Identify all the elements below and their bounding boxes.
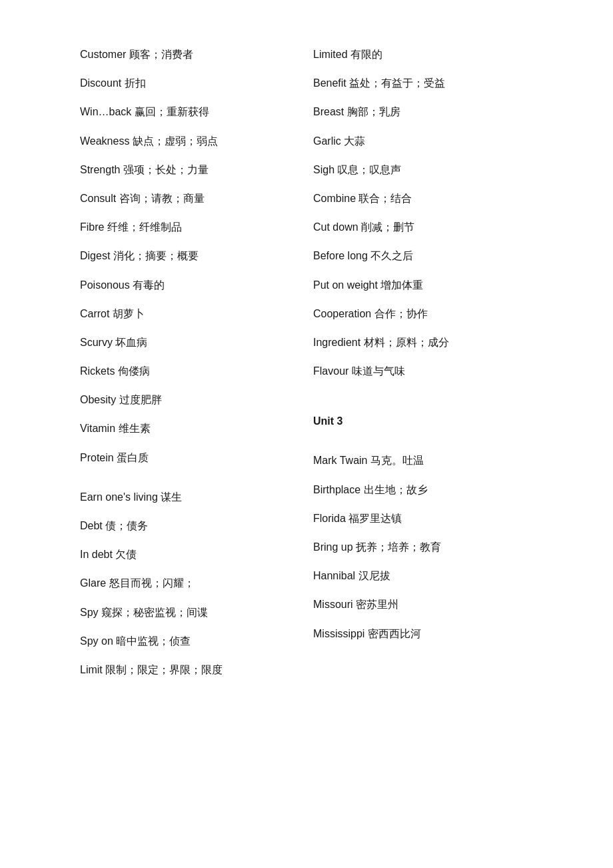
vocabulary-grid: Customer 顾客；消费者Discount 折扣Win…back 赢回；重新… bbox=[80, 40, 533, 684]
list-item: Obesity 过度肥胖 bbox=[80, 385, 306, 414]
list-item: Spy on 暗中监视；侦查 bbox=[80, 627, 306, 655]
list-item: Breast 胸部；乳房 bbox=[306, 97, 533, 126]
list-item bbox=[306, 396, 533, 407]
list-item: Ingredient 材料；原料；成分 bbox=[306, 328, 533, 357]
list-item: Before long 不久之后 bbox=[306, 241, 533, 270]
list-item: Put on weight 增加体重 bbox=[306, 271, 533, 299]
list-item: Combine 联合；结合 bbox=[306, 184, 533, 213]
list-item: Protein 蛋白质 bbox=[80, 443, 306, 472]
list-item bbox=[80, 472, 306, 483]
list-item: Strength 强项；长处；力量 bbox=[80, 155, 306, 184]
list-item bbox=[306, 435, 533, 446]
list-item: Poisonous 有毒的 bbox=[80, 271, 306, 299]
list-item: Cut down 削减；删节 bbox=[306, 213, 533, 241]
list-item: Consult 咨询；请教；商量 bbox=[80, 184, 306, 213]
list-item: Flavour 味道与气味 bbox=[306, 357, 533, 385]
list-item: Hannibal 汉尼拔 bbox=[306, 561, 533, 590]
list-item: Debt 债；债务 bbox=[80, 511, 306, 540]
list-item: Vitamin 维生素 bbox=[80, 414, 306, 443]
list-item: Win…back 赢回；重新获得 bbox=[80, 97, 306, 126]
list-item: Spy 窥探；秘密监视；间谍 bbox=[80, 598, 306, 627]
list-item: Fibre 纤维；纤维制品 bbox=[80, 213, 306, 241]
list-item: Cooperation 合作；协作 bbox=[306, 299, 533, 328]
list-item: Mississippi 密西西比河 bbox=[306, 619, 533, 648]
list-item: Sigh 叹息；叹息声 bbox=[306, 155, 533, 184]
list-item: Weakness 缺点；虚弱；弱点 bbox=[80, 127, 306, 155]
list-item: Garlic 大蒜 bbox=[306, 127, 533, 155]
right-column: Limited 有限的Benefit 益处；有益于；受益Breast 胸部；乳房… bbox=[306, 40, 533, 684]
list-item: Bring up 抚养；培养；教育 bbox=[306, 533, 533, 561]
list-item: Benefit 益处；有益于；受益 bbox=[306, 69, 533, 97]
list-item: Florida 福罗里达镇 bbox=[306, 504, 533, 533]
list-item: Customer 顾客；消费者 bbox=[80, 40, 306, 69]
list-item: Carrot 胡萝卜 bbox=[80, 299, 306, 328]
list-item: Discount 折扣 bbox=[80, 69, 306, 97]
list-item: Birthplace 出生地；故乡 bbox=[306, 475, 533, 504]
list-item: Limited 有限的 bbox=[306, 40, 533, 69]
list-item: Limit 限制；限定；界限；限度 bbox=[80, 655, 306, 684]
list-item: Rickets 佝偻病 bbox=[80, 357, 306, 385]
list-item: Scurvy 坏血病 bbox=[80, 328, 306, 357]
list-item: Digest 消化；摘要；概要 bbox=[80, 241, 306, 270]
list-item: In debt 欠债 bbox=[80, 540, 306, 569]
list-item: Mark Twain 马克。吐温 bbox=[306, 446, 533, 475]
list-item: Glare 怒目而视；闪耀； bbox=[80, 569, 306, 597]
list-item bbox=[306, 385, 533, 396]
list-item: Missouri 密苏里州 bbox=[306, 590, 533, 619]
list-item: Earn one's living 谋生 bbox=[80, 483, 306, 511]
list-item: Unit 3 bbox=[306, 407, 533, 435]
main-content: Customer 顾客；消费者Discount 折扣Win…back 赢回；重新… bbox=[0, 0, 613, 724]
left-column: Customer 顾客；消费者Discount 折扣Win…back 赢回；重新… bbox=[80, 40, 306, 684]
